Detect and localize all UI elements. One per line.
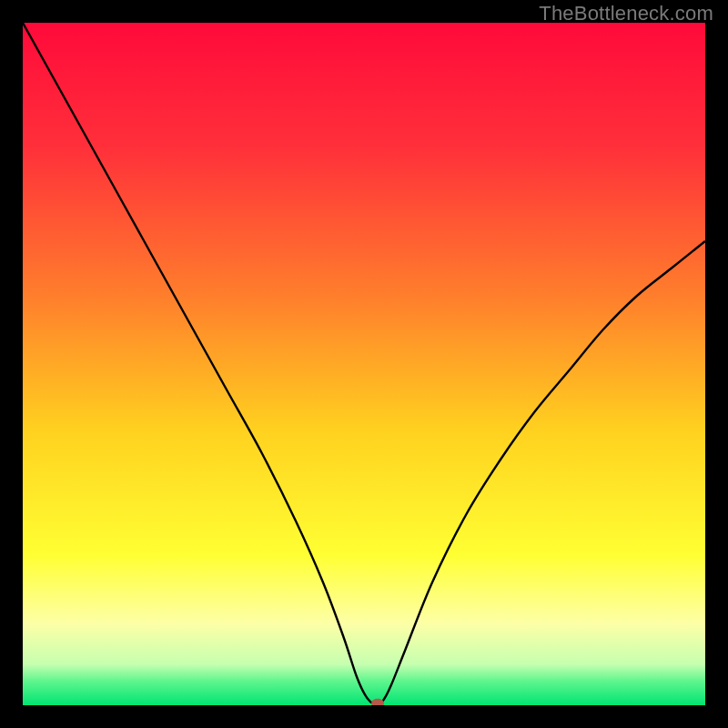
gradient-background: [23, 23, 705, 705]
bottleneck-chart: [23, 23, 705, 705]
chart-frame: TheBottleneck.com: [0, 0, 728, 728]
